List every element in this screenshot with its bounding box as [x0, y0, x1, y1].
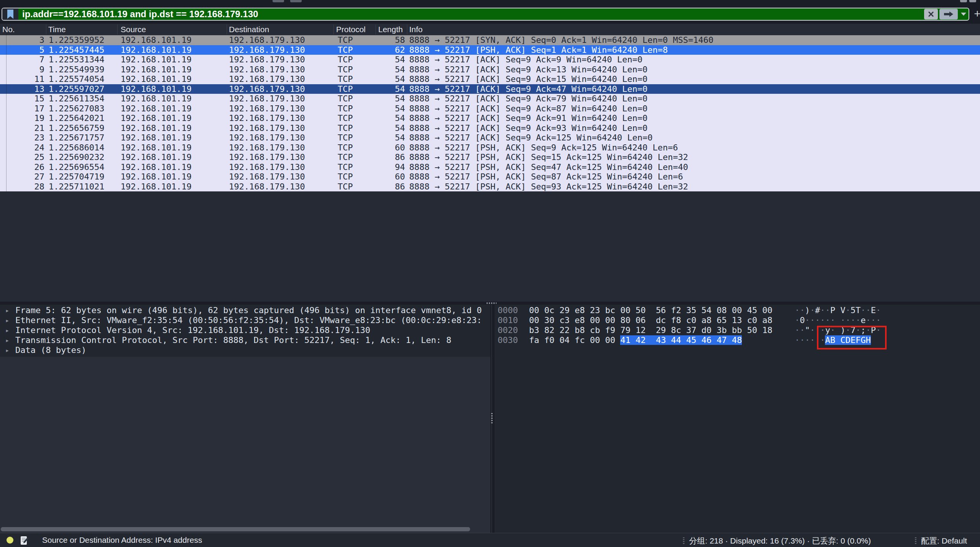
cell-len: 86: [360, 182, 405, 192]
status-bar: Source or Destination Address: IPv4 addr…: [0, 533, 980, 547]
filter-apply-button[interactable]: [939, 9, 958, 20]
cell-info: 8888 → 52217 [ACK] Seq=9 Ack=125 Win=642…: [409, 133, 653, 143]
details-hscrollbar-track[interactable]: [0, 527, 475, 532]
cell-src: 192.168.101.19: [121, 65, 191, 75]
column-divider[interactable]: [376, 24, 376, 34]
cell-src: 192.168.101.19: [121, 35, 191, 45]
hex-row[interactable]: 001000 30 c3 e8 00 00 80 06 dc f8 c0 a8 …: [495, 315, 980, 325]
cell-no: 3: [0, 35, 44, 45]
expand-arrow-icon[interactable]: ▸: [5, 325, 9, 335]
expand-arrow-icon[interactable]: ▸: [5, 305, 9, 315]
detail-row[interactable]: ▸Internet Protocol Version 4, Src: 192.1…: [0, 325, 490, 335]
cell-time: 1.225359952: [49, 35, 105, 45]
filter-dropdown-caret[interactable]: [959, 8, 969, 20]
column-divider[interactable]: [46, 24, 46, 34]
detail-row[interactable]: ▸Data (8 bytes): [0, 345, 490, 355]
expert-info-icon[interactable]: [7, 537, 13, 544]
column-divider[interactable]: [333, 24, 334, 34]
cell-proto: TCP: [338, 172, 353, 182]
packet-row[interactable]: 211.225656759192.168.101.19192.168.179.1…: [0, 123, 980, 133]
packet-row[interactable]: 131.225597027192.168.101.19192.168.179.1…: [0, 84, 980, 94]
filter-add-button[interactable]: +: [972, 7, 980, 21]
cell-src: 192.168.101.19: [121, 123, 191, 133]
column-header-no[interactable]: No.: [2, 25, 15, 34]
cell-len: 54: [360, 84, 405, 94]
splitter-grip[interactable]: [487, 302, 497, 304]
detail-row[interactable]: ▸Ethernet II, Src: VMware_f2:35:54 (00:5…: [0, 315, 490, 325]
packet-row[interactable]: 71.225531344192.168.101.19192.168.179.13…: [0, 55, 980, 65]
wireshark-window: ip.addr==192.168.101.19 and ip.dst == 19…: [0, 0, 980, 547]
cell-info: 8888 → 52217 [SYN, ACK] Seq=0 Ack=1 Win=…: [409, 35, 714, 45]
hex-row[interactable]: 000000 0c 29 e8 23 bc 00 50 56 f2 35 54 …: [495, 305, 980, 315]
column-header-protocol[interactable]: Protocol: [336, 25, 366, 34]
hex-row[interactable]: 0020b3 82 22 b8 cb f9 79 12 29 8c 37 d0 …: [495, 325, 980, 335]
column-header-info[interactable]: Info: [409, 25, 423, 34]
packet-row[interactable]: 271.225704719192.168.101.19192.168.179.1…: [0, 172, 980, 182]
expand-arrow-icon[interactable]: ▸: [5, 315, 9, 325]
filter-bookmark-button[interactable]: [2, 8, 18, 20]
detail-row[interactable]: ▸Frame 5: 62 bytes on wire (496 bits), 6…: [0, 305, 490, 315]
horizontal-splitter[interactable]: [0, 302, 980, 305]
hex-bytes[interactable]: 00 0c 29 e8 23 bc 00 50 56 f2 35 54 08 0…: [529, 305, 773, 315]
cell-proto: TCP: [338, 162, 353, 172]
cell-time: 1.225671757: [49, 133, 105, 143]
cell-src: 192.168.101.19: [121, 84, 191, 94]
packet-row[interactable]: 31.225359952192.168.101.19192.168.179.13…: [0, 35, 980, 45]
capture-comment-icon[interactable]: [20, 536, 29, 547]
cell-dst: 192.168.179.130: [229, 113, 305, 123]
packet-row[interactable]: 281.225711021192.168.101.19192.168.179.1…: [0, 182, 980, 192]
column-divider[interactable]: [407, 24, 407, 34]
column-header-time[interactable]: Time: [48, 25, 66, 34]
packet-bytes-pane: 000000 0c 29 e8 23 bc 00 50 56 f2 35 54 …: [495, 305, 980, 533]
hex-row[interactable]: 0030fa f0 04 fc 00 00 41 42 43 44 45 46 …: [495, 335, 980, 345]
cell-time: 1.225531344: [49, 55, 105, 65]
packet-row[interactable]: 111.225574054192.168.101.19192.168.179.1…: [0, 74, 980, 84]
expand-arrow-icon[interactable]: ▸: [5, 335, 9, 345]
display-filter-bar[interactable]: ip.addr==192.168.101.19 and ip.dst == 19…: [2, 8, 969, 21]
expand-arrow-icon[interactable]: ▸: [5, 345, 9, 355]
hex-bytes[interactable]: 00 30 c3 e8 00 00 80 06 dc f8 c0 a8 65 1…: [529, 315, 773, 325]
cell-no: 17: [0, 104, 44, 114]
packet-row[interactable]: 251.225690232192.168.101.19192.168.179.1…: [0, 152, 980, 162]
cell-dst: 192.168.179.130: [229, 182, 305, 192]
cell-proto: TCP: [338, 84, 353, 94]
cell-proto: TCP: [338, 65, 353, 75]
packet-row[interactable]: 261.225696554192.168.101.19192.168.179.1…: [0, 162, 980, 172]
column-header-destination[interactable]: Destination: [229, 25, 269, 34]
cell-dst: 192.168.179.130: [229, 172, 305, 182]
packet-row[interactable]: 51.225457445192.168.101.19192.168.179.13…: [0, 45, 980, 55]
cell-time: 1.225611354: [49, 94, 105, 104]
cell-src: 192.168.101.19: [121, 152, 191, 162]
display-filter-input[interactable]: ip.addr==192.168.101.19 and ip.dst == 19…: [18, 8, 923, 20]
hex-bytes[interactable]: fa f0 04 fc 00 00 41 42 43 44 45 46 47 4…: [529, 335, 742, 345]
cell-src: 192.168.101.19: [121, 94, 191, 104]
toolbar-remnant: [969, 0, 976, 2]
hex-ascii[interactable]: ·0······ ····e···: [795, 315, 881, 325]
hex-ascii[interactable]: ··)·#··P V·5T··E·: [795, 305, 881, 315]
column-header-source[interactable]: Source: [121, 25, 146, 34]
packet-row[interactable]: 151.225611354192.168.101.19192.168.179.1…: [0, 94, 980, 104]
hex-bytes[interactable]: b3 82 22 b8 cb f9 79 12 29 8c 37 d0 3b b…: [529, 325, 773, 335]
column-divider[interactable]: [117, 24, 118, 34]
vertical-splitter[interactable]: [490, 305, 495, 533]
chevron-down-icon: [961, 13, 966, 16]
status-profile[interactable]: 配置: Default: [921, 536, 967, 546]
cell-info: 8888 → 52217 [PSH, ACK] Seq=87 Ack=125 W…: [409, 172, 683, 182]
cell-time: 1.225642021: [49, 113, 105, 123]
cell-info: 8888 → 52217 [ACK] Seq=9 Ack=87 Win=6424…: [409, 104, 648, 114]
cell-info: 8888 → 52217 [ACK] Seq=9 Ack=93 Win=6424…: [409, 123, 648, 133]
packet-row[interactable]: 231.225671757192.168.101.19192.168.179.1…: [0, 133, 980, 143]
packet-row[interactable]: 171.225627083192.168.101.19192.168.179.1…: [0, 104, 980, 114]
column-header-length[interactable]: Length: [378, 25, 403, 34]
details-hscrollbar-thumb[interactable]: [1, 527, 470, 531]
cell-proto: TCP: [338, 94, 353, 104]
filter-clear-button[interactable]: [924, 9, 938, 20]
splitter-grip[interactable]: [491, 413, 493, 423]
packet-row[interactable]: 191.225642021192.168.101.19192.168.179.1…: [0, 113, 980, 123]
detail-row[interactable]: ▸Transmission Control Protocol, Src Port…: [0, 335, 490, 345]
packet-row[interactable]: 241.225686014192.168.101.19192.168.179.1…: [0, 143, 980, 153]
packet-row[interactable]: 91.225549939192.168.101.19192.168.179.13…: [0, 65, 980, 75]
cell-len: 60: [360, 172, 405, 182]
cell-dst: 192.168.179.130: [229, 84, 305, 94]
column-divider[interactable]: [227, 24, 227, 34]
